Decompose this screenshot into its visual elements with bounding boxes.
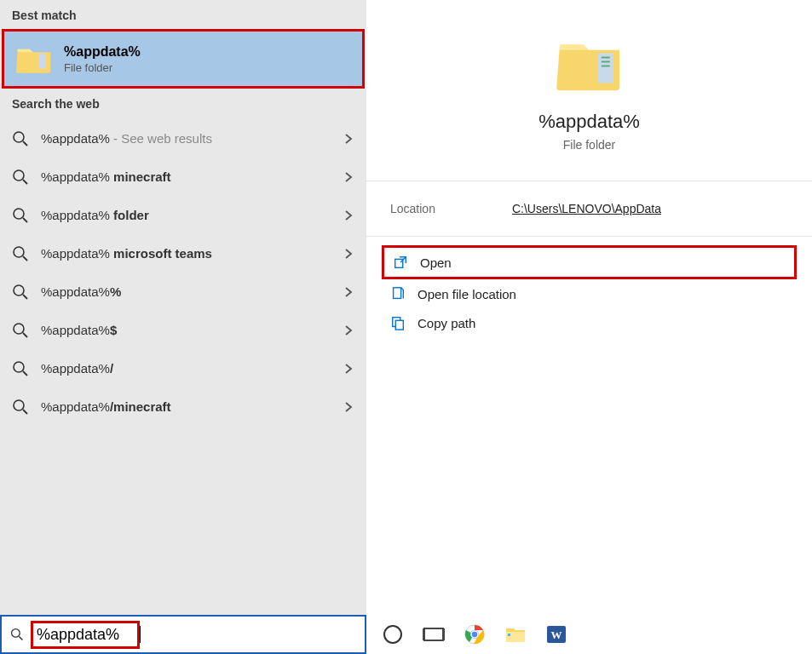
action-open[interactable]: Open: [382, 245, 797, 279]
copy-icon: [390, 315, 406, 330]
chevron-right-icon: [343, 401, 354, 413]
search-icon: [12, 130, 29, 147]
action-copy-path[interactable]: Copy path: [382, 308, 797, 337]
word-icon[interactable]: W: [545, 623, 567, 645]
action-copy-path-label: Copy path: [418, 316, 475, 330]
best-match-subtitle: File folder: [64, 61, 141, 74]
search-results-pane: Best match %appdata% File folder Search …: [0, 0, 366, 654]
search-icon: [12, 245, 29, 262]
web-result-item[interactable]: %appdata%/minecraft: [0, 387, 366, 426]
folder-icon: [16, 43, 52, 75]
location-label: Location: [390, 202, 435, 215]
web-result-label: %appdata% minecraft: [41, 169, 343, 184]
file-location-icon: [390, 286, 406, 301]
chrome-icon[interactable]: [464, 623, 486, 645]
svg-rect-36: [508, 634, 510, 636]
web-result-label: %appdata%/minecraft: [41, 399, 343, 414]
web-result-item[interactable]: %appdata% folder: [0, 196, 366, 234]
web-result-label: %appdata% microsoft teams: [41, 246, 343, 261]
action-open-location-label: Open file location: [418, 287, 516, 301]
svg-line-8: [23, 256, 27, 261]
search-icon: [12, 399, 29, 416]
details-row: Location C:\Users\LENOVO\AppData: [366, 181, 812, 237]
search-input-highlight: [31, 621, 140, 649]
svg-point-1: [14, 132, 24, 142]
search-icon: [12, 360, 29, 377]
search-icon: [12, 169, 29, 186]
web-result-label: %appdata% folder: [41, 208, 343, 222]
taskbar: W: [366, 615, 812, 654]
folder-icon: [556, 32, 624, 95]
cortana-icon[interactable]: [382, 623, 404, 645]
chevron-right-icon: [343, 209, 354, 221]
web-result-label: %appdata%/: [41, 361, 343, 376]
svg-rect-25: [394, 288, 401, 299]
open-icon: [393, 255, 408, 270]
web-result-item[interactable]: %appdata% minecraft: [0, 158, 366, 196]
svg-point-28: [384, 626, 401, 643]
search-icon: [12, 207, 29, 224]
svg-line-4: [23, 180, 27, 184]
web-result-label: %appdata% - See web results: [41, 131, 343, 146]
svg-line-14: [23, 371, 27, 376]
location-path[interactable]: C:\Users\LENOVO\AppData: [512, 202, 661, 215]
search-web-header: Search the web: [0, 89, 366, 118]
preview-subtitle: File folder: [563, 138, 615, 152]
search-input[interactable]: [37, 626, 130, 644]
text-cursor: [140, 626, 141, 643]
svg-rect-35: [506, 632, 525, 642]
search-icon: [12, 284, 29, 301]
actions-list: Open Open file location Copy path: [366, 237, 812, 346]
svg-line-10: [23, 295, 27, 299]
svg-line-16: [23, 410, 27, 414]
chevron-right-icon: [343, 286, 354, 298]
web-result-item[interactable]: %appdata% - See web results: [0, 119, 366, 158]
search-icon: [10, 628, 24, 641]
web-result-item[interactable]: %appdata% microsoft teams: [0, 234, 366, 272]
best-match-title: %appdata%: [64, 44, 141, 60]
search-icon: [12, 322, 29, 339]
svg-text:W: W: [551, 628, 562, 641]
svg-point-34: [471, 631, 478, 638]
svg-point-9: [14, 285, 24, 295]
action-open-location[interactable]: Open file location: [382, 279, 797, 308]
web-result-item[interactable]: %appdata%%: [0, 272, 366, 311]
svg-line-2: [23, 141, 27, 146]
svg-point-17: [12, 629, 20, 638]
svg-point-7: [14, 247, 24, 257]
chevron-right-icon: [343, 248, 354, 260]
svg-rect-0: [38, 54, 46, 69]
best-match-result[interactable]: %appdata% File folder: [2, 29, 365, 89]
preview-pane: %appdata% File folder Location C:\Users\…: [366, 0, 812, 654]
web-result-label: %appdata%%: [41, 284, 343, 299]
chevron-right-icon: [343, 363, 354, 375]
chevron-right-icon: [343, 171, 354, 183]
taskview-icon[interactable]: [423, 623, 445, 645]
svg-point-13: [14, 362, 24, 372]
svg-line-12: [23, 333, 27, 337]
svg-point-15: [14, 400, 24, 410]
preview-title: %appdata%: [538, 111, 640, 133]
svg-point-5: [14, 209, 24, 219]
svg-line-18: [19, 636, 22, 640]
svg-point-11: [14, 324, 24, 334]
web-result-item[interactable]: %appdata%/: [0, 349, 366, 387]
chevron-right-icon: [343, 133, 354, 145]
search-bar[interactable]: [0, 615, 366, 654]
action-open-label: Open: [420, 255, 452, 270]
web-results-list: %appdata% - See web results %appdata% mi…: [0, 119, 366, 426]
svg-rect-29: [424, 628, 443, 640]
svg-rect-27: [395, 320, 403, 330]
best-match-header: Best match: [0, 0, 366, 29]
chevron-right-icon: [343, 324, 354, 336]
svg-point-3: [14, 170, 24, 181]
web-result-item[interactable]: %appdata%$: [0, 311, 366, 349]
web-result-label: %appdata%$: [41, 323, 343, 337]
explorer-icon[interactable]: [504, 623, 527, 645]
svg-line-6: [23, 218, 27, 222]
